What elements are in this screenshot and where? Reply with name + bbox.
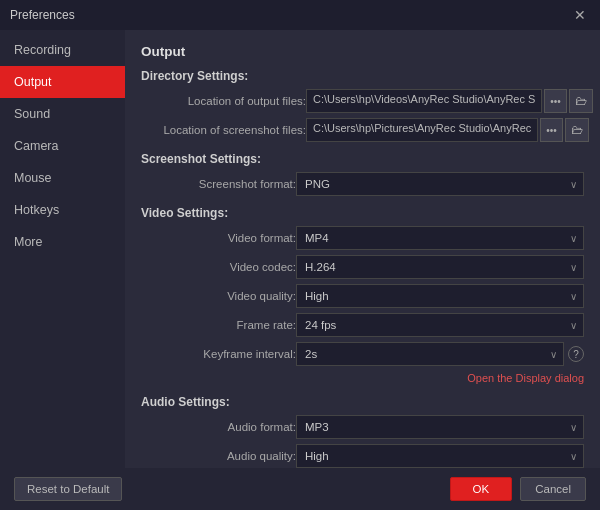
footer-right: OK Cancel [450, 477, 586, 501]
cancel-button[interactable]: Cancel [520, 477, 586, 501]
video-codec-label: Video codec: [141, 261, 296, 273]
sidebar-item-hotkeys[interactable]: Hotkeys [0, 194, 125, 226]
keyframe-label: Keyframe interval: [141, 348, 296, 360]
screenshot-format-select[interactable]: PNG JPG BMP GIF TIFF [296, 172, 584, 196]
sidebar-item-camera[interactable]: Camera [0, 130, 125, 162]
sidebar: Recording Output Sound Camera Mouse Hotk… [0, 30, 125, 468]
output-files-row: Location of output files: C:\Users\hp\Vi… [141, 89, 584, 113]
output-files-label: Location of output files: [141, 95, 306, 107]
audio-quality-select-wrap: High Medium Low [296, 444, 584, 468]
frame-rate-label: Frame rate: [141, 319, 296, 331]
video-codec-row: Video codec: H.264 H.265 MPEG-4 [141, 255, 584, 279]
frame-rate-select[interactable]: 24 fps 30 fps 60 fps 20 fps 15 fps [296, 313, 584, 337]
screenshot-files-label: Location of screenshot files: [141, 124, 306, 136]
screenshot-format-label: Screenshot format: [141, 178, 296, 190]
output-files-input-group: C:\Users\hp\Videos\AnyRec Studio\AnyRec … [306, 89, 593, 113]
display-dialog-link-row: Open the Display dialog [141, 371, 584, 385]
screenshot-settings-title: Screenshot Settings: [141, 152, 584, 166]
audio-quality-row: Audio quality: High Medium Low [141, 444, 584, 468]
ok-button[interactable]: OK [450, 477, 513, 501]
frame-rate-row: Frame rate: 24 fps 30 fps 60 fps 20 fps … [141, 313, 584, 337]
output-files-folder-button[interactable]: 🗁 [569, 89, 593, 113]
output-files-browse-button[interactable]: ••• [544, 89, 567, 113]
video-format-select-wrap: MP4 MOV AVI MKV FLV [296, 226, 584, 250]
screenshot-format-select-wrap: PNG JPG BMP GIF TIFF [296, 172, 584, 196]
video-quality-row: Video quality: High Medium Low Lossless … [141, 284, 584, 308]
section-title: Output [141, 44, 584, 59]
video-format-label: Video format: [141, 232, 296, 244]
screenshot-files-browse-button[interactable]: ••• [540, 118, 563, 142]
keyframe-help-button[interactable]: ? [568, 346, 584, 362]
sidebar-item-recording[interactable]: Recording [0, 34, 125, 66]
screenshot-files-folder-button[interactable]: 🗁 [565, 118, 589, 142]
screenshot-files-value: C:\Users\hp\Pictures\AnyRec Studio\AnyRe… [306, 118, 538, 142]
screenshot-files-row: Location of screenshot files: C:\Users\h… [141, 118, 584, 142]
dialog-title: Preferences [10, 8, 75, 22]
video-quality-label: Video quality: [141, 290, 296, 302]
video-quality-select[interactable]: High Medium Low Lossless Custom [296, 284, 584, 308]
keyframe-row: Keyframe interval: 2s 3s 5s 10s ? [141, 342, 584, 366]
dialog-body: Recording Output Sound Camera Mouse Hotk… [0, 30, 600, 468]
video-settings-title: Video Settings: [141, 206, 584, 220]
reset-to-default-button[interactable]: Reset to Default [14, 477, 122, 501]
audio-format-row: Audio format: MP3 AAC WAV FLAC OGG [141, 415, 584, 439]
audio-quality-label: Audio quality: [141, 450, 296, 462]
screenshot-files-input-group: C:\Users\hp\Pictures\AnyRec Studio\AnyRe… [306, 118, 589, 142]
keyframe-select-wrap: 2s 3s 5s 10s [296, 342, 564, 366]
preferences-dialog: Preferences ✕ Recording Output Sound Cam… [0, 0, 600, 510]
footer: Reset to Default OK Cancel [0, 468, 600, 510]
audio-format-label: Audio format: [141, 421, 296, 433]
sidebar-item-output[interactable]: Output [0, 66, 125, 98]
audio-quality-select[interactable]: High Medium Low [296, 444, 584, 468]
sidebar-item-more[interactable]: More [0, 226, 125, 258]
display-dialog-link[interactable]: Open the Display dialog [467, 372, 584, 384]
sidebar-item-mouse[interactable]: Mouse [0, 162, 125, 194]
screenshot-format-row: Screenshot format: PNG JPG BMP GIF TIFF [141, 172, 584, 196]
video-format-row: Video format: MP4 MOV AVI MKV FLV [141, 226, 584, 250]
audio-settings-title: Audio Settings: [141, 395, 584, 409]
title-bar: Preferences ✕ [0, 0, 600, 30]
frame-rate-select-wrap: 24 fps 30 fps 60 fps 20 fps 15 fps [296, 313, 584, 337]
output-files-value: C:\Users\hp\Videos\AnyRec Studio\AnyRec … [306, 89, 542, 113]
audio-format-select[interactable]: MP3 AAC WAV FLAC OGG [296, 415, 584, 439]
video-codec-select-wrap: H.264 H.265 MPEG-4 [296, 255, 584, 279]
video-quality-select-wrap: High Medium Low Lossless Custom [296, 284, 584, 308]
close-button[interactable]: ✕ [570, 6, 590, 24]
sidebar-item-sound[interactable]: Sound [0, 98, 125, 130]
footer-left: Reset to Default [14, 477, 122, 501]
content-area: Output Directory Settings: Location of o… [125, 30, 600, 468]
video-format-select[interactable]: MP4 MOV AVI MKV FLV [296, 226, 584, 250]
audio-format-select-wrap: MP3 AAC WAV FLAC OGG [296, 415, 584, 439]
keyframe-select[interactable]: 2s 3s 5s 10s [296, 342, 564, 366]
video-codec-select[interactable]: H.264 H.265 MPEG-4 [296, 255, 584, 279]
directory-settings-title: Directory Settings: [141, 69, 584, 83]
